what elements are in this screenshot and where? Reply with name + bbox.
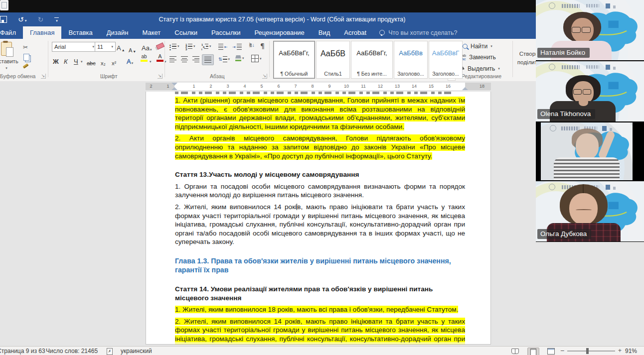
style-card[interactable]: АаБбВвГЗаголово... <box>429 41 463 79</box>
ruler-number: 9 <box>328 84 330 89</box>
cut-button[interactable]: ✂ <box>23 44 28 51</box>
show-paragraph-marks-button[interactable]: ¶ <box>260 42 265 50</box>
participant-tile[interactable] <box>536 122 644 180</box>
highlight-color-button[interactable]: ab <box>141 54 148 62</box>
ruler-number: 2 <box>150 84 152 89</box>
bullets-button[interactable]: •••▾ <box>169 43 179 49</box>
background-app-icon[interactable] <box>0 0 8 10</box>
web-layout-button[interactable] <box>545 348 556 355</box>
video-conference-panel: Наталія Бойко Olena Tikhonova <box>536 0 644 242</box>
document-paragraph[interactable]: 2. Жителі, яким виповнилося 14 років, ма… <box>175 203 465 246</box>
document-paragraph[interactable]: 1. Жителі, яким виповнилося 18 років, ма… <box>175 305 465 314</box>
style-card[interactable]: АаБбВвГг,¶ Обычный <box>273 41 315 79</box>
style-card[interactable]: АаБбВвЗаголово... <box>394 41 428 79</box>
copy-button[interactable] <box>23 54 29 61</box>
document-paragraph[interactable]: 2. Акти органів місцевого самоврядування… <box>175 134 465 160</box>
proofing-errors-icon[interactable]: ✗ <box>107 348 113 355</box>
paragraph-dialog-launcher[interactable]: ↘ <box>262 74 267 79</box>
style-card[interactable]: АаБбВвГг,¶ Без инте... <box>351 41 393 79</box>
align-center-button[interactable] <box>179 54 190 64</box>
strikethrough-button[interactable]: abc <box>87 56 96 66</box>
change-case-button[interactable]: Аа▾ <box>142 42 152 52</box>
tab-ссылки[interactable]: Ссылки <box>167 26 204 39</box>
align-left-button[interactable] <box>167 54 178 64</box>
zoom-level[interactable]: 91% <box>625 347 637 355</box>
font-dialog-launcher[interactable]: ↘ <box>158 74 162 79</box>
increase-indent-button[interactable]: ⇥ <box>232 43 242 50</box>
document-page[interactable]: 1. Акти (рішення) органів місцевого само… <box>146 92 491 345</box>
first-line-indent-marker[interactable] <box>171 83 177 86</box>
find-button[interactable]: Найти▾ <box>463 43 492 50</box>
save-icon[interactable] <box>0 16 7 23</box>
multilevel-list-button[interactable]: 1ai▾ <box>201 43 211 49</box>
hanging-indent-marker[interactable] <box>171 87 177 90</box>
subscript-button[interactable]: x₂ <box>101 56 106 66</box>
ruler-number: 14 <box>412 84 417 89</box>
participant-tile[interactable]: Olena Tikhonova <box>536 61 644 121</box>
line-spacing-button[interactable]: ⇅▾ <box>218 56 230 63</box>
undo-button[interactable]: ↺▾ <box>18 15 27 24</box>
tell-me-box[interactable]: Что вы хотите сделать? <box>373 26 463 39</box>
document-text[interactable]: 1. Акти (рішення) органів місцевого само… <box>175 92 465 345</box>
numbering-button[interactable]: 123▾ <box>185 43 195 49</box>
highlight-dropdown[interactable]: ▾ <box>150 60 152 64</box>
document-paragraph[interactable]: Стаття 14. Умови реалізації жителями пра… <box>175 285 465 302</box>
document-paragraph[interactable]: 1. Акти (рішення) органів місцевого само… <box>175 96 465 131</box>
tab-рецензирование[interactable]: Рецензирование <box>247 26 311 39</box>
ruler-number: 3 <box>226 84 229 89</box>
language-indicator[interactable]: украинский <box>121 347 152 355</box>
underline-button[interactable]: Ч <box>74 55 78 65</box>
zoom-slider[interactable] <box>567 351 615 352</box>
participant-tile[interactable]: Наталія Бойко <box>536 0 644 60</box>
grow-font-button[interactable]: А▲ <box>117 42 125 52</box>
participant-tile[interactable]: Ольга Дубкова <box>536 181 644 241</box>
bold-button[interactable]: Ж <box>53 55 59 65</box>
ruler-number: 6 <box>277 84 280 89</box>
underline-dropdown[interactable]: ▾ <box>81 60 83 64</box>
tab-файл[interactable]: Файл <box>0 26 23 39</box>
tab-вставка[interactable]: Вставка <box>61 26 99 39</box>
word-count[interactable]: Число слов: 21465 <box>46 347 98 355</box>
format-painter-button[interactable] <box>23 65 28 67</box>
clipboard-dialog-launcher[interactable]: ↘ <box>41 74 46 79</box>
replace-button[interactable]: abacЗаменить <box>462 54 496 61</box>
tab-acrobat[interactable]: Acrobat <box>337 26 373 39</box>
superscript-button[interactable]: x² <box>112 56 116 66</box>
text-effects-button[interactable]: А▾ <box>127 55 133 65</box>
horizontal-ruler[interactable]: 211234567891011121314151618 <box>146 83 491 90</box>
style-card[interactable]: АаБбВСтиль1 <box>316 41 350 79</box>
customize-qat-icon[interactable]: ▾ <box>54 17 59 22</box>
zoom-slider-thumb[interactable] <box>586 348 589 354</box>
tab-дизайн[interactable]: Дизайн <box>100 26 136 39</box>
clear-formatting-icon[interactable] <box>157 44 164 48</box>
tab-вид[interactable]: Вид <box>312 26 337 39</box>
print-layout-button[interactable] <box>527 348 539 355</box>
font-size-combo[interactable]: 11▾ <box>95 42 116 52</box>
zoom-out-button[interactable]: − <box>560 347 564 355</box>
page-indicator[interactable]: Страница 9 из 63 <box>0 347 45 355</box>
shading-button[interactable]: ▾ <box>235 55 244 61</box>
tab-главная[interactable]: Главная <box>23 26 61 39</box>
document-paragraph[interactable]: 1. Органи та посадові особи місцевого са… <box>175 182 465 200</box>
decrease-indent-button[interactable]: ⇤ <box>218 43 228 50</box>
select-button[interactable]: Выделить▾ <box>462 65 500 72</box>
align-right-button[interactable] <box>190 54 201 64</box>
participant-name: Olena Tikhonova <box>537 109 595 119</box>
sort-button[interactable]: А-Я↓ <box>248 43 255 47</box>
document-paragraph[interactable]: Глава 1.3. Права та обов'язки жителів у … <box>175 256 465 275</box>
document-paragraph[interactable]: Стаття 13.Участь молоді у місцевому само… <box>175 170 465 179</box>
borders-button[interactable]: ▾ <box>251 55 262 62</box>
redo-icon[interactable]: ↻ <box>38 16 44 23</box>
read-mode-button[interactable] <box>509 348 520 355</box>
shrink-font-button[interactable]: А▼ <box>129 43 136 53</box>
tab-макет[interactable]: Макет <box>135 26 167 39</box>
right-indent-marker[interactable] <box>462 87 468 90</box>
font-family-combo[interactable]: Arial▾ <box>52 42 97 52</box>
document-paragraph[interactable]: 2. Жителі, яким виповнилося 14 років, ма… <box>175 317 465 345</box>
paste-button[interactable]: Вставить ▾ <box>0 42 18 78</box>
zoom-in-button[interactable]: + <box>618 347 622 355</box>
tab-рассылки[interactable]: Рассылки <box>204 26 247 39</box>
italic-button[interactable]: К <box>64 55 68 65</box>
justify-button[interactable] <box>202 54 214 65</box>
font-color-button[interactable]: А <box>157 54 163 62</box>
